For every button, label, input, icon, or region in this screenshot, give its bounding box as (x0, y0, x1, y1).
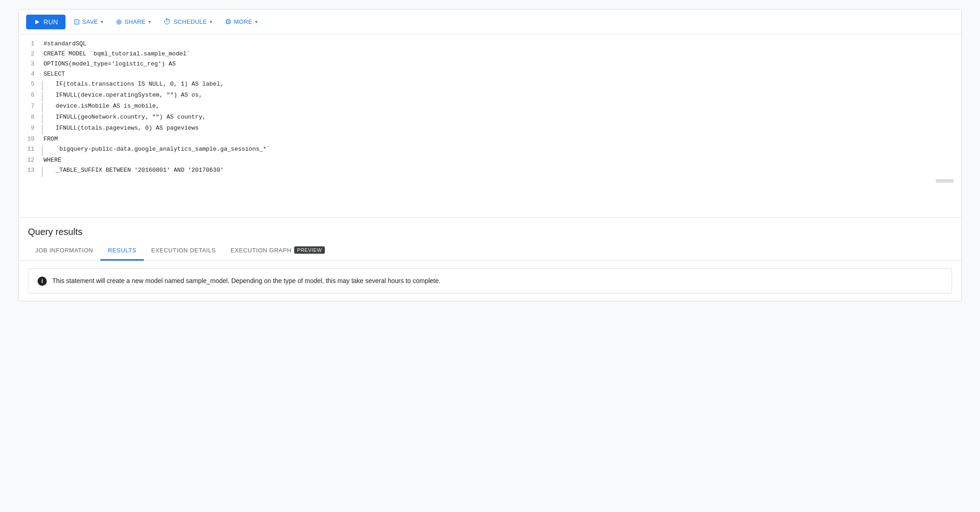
line-bar (42, 103, 43, 113)
line-bar (42, 125, 43, 135)
line-number: 12 (19, 157, 42, 163)
run-label: RUN (44, 18, 58, 26)
tab-label: EXECUTION DETAILS (151, 247, 216, 254)
code-line: 11 `bigquery-public-data.google_analytic… (19, 145, 961, 156)
info-icon: i (38, 277, 47, 286)
share-label: SHARE (125, 18, 146, 25)
line-bar (42, 146, 43, 156)
scrollbar-area (19, 177, 961, 185)
line-number: 1 (19, 40, 42, 47)
code-line: 6 IFNULL(device.operatingSystem, "") AS … (19, 91, 961, 102)
line-bar (42, 167, 43, 177)
schedule-button[interactable]: ⏱ SCHEDULE ▾ (159, 15, 217, 29)
tab-job-info[interactable]: JOB INFORMATION (28, 241, 100, 261)
tab-label: RESULTS (108, 247, 137, 254)
run-icon (33, 18, 41, 26)
line-number: 8 (19, 114, 42, 120)
schedule-chevron-icon: ▾ (210, 19, 212, 24)
tab-execution-details[interactable]: EXECUTION DETAILS (144, 241, 223, 261)
line-content: SELECT (42, 71, 961, 77)
save-button[interactable]: ⊡ SAVE ▾ (69, 14, 108, 29)
code-line: 10FROM (19, 135, 961, 145)
line-content: OPTIONS(model_type='logistic_reg') AS (42, 60, 961, 67)
schedule-label: SCHEDULE (174, 18, 207, 25)
more-chevron-icon: ▾ (255, 19, 257, 24)
line-number: 3 (19, 60, 42, 67)
line-content: CREATE MODEL `bqml_tutorial.sample_model… (42, 50, 961, 57)
code-line: 13 _TABLE_SUFFIX BETWEEN '20160801' AND … (19, 166, 961, 177)
results-title: Query results (19, 218, 961, 237)
tab-execution-graph[interactable]: EXECUTION GRAPHPREVIEW (223, 241, 332, 261)
share-chevron-icon: ▾ (148, 19, 151, 24)
line-bar (42, 114, 43, 124)
line-content: device.isMobile AS is_mobile, (47, 103, 961, 113)
code-line: 4SELECT (19, 70, 961, 80)
line-number: 4 (19, 71, 42, 77)
code-line: 9 IFNULL(totals.pageviews, 0) AS pagevie… (19, 124, 961, 135)
line-content: FROM (42, 136, 961, 142)
code-editor[interactable]: 1#standardSQL2CREATE MODEL `bqml_tutoria… (19, 34, 961, 218)
line-number: 2 (19, 50, 42, 57)
tab-label: EXECUTION GRAPH (230, 247, 291, 254)
more-button[interactable]: ⚙ MORE ▾ (220, 14, 262, 29)
toolbar: RUN ⊡ SAVE ▾ ⊕ SHARE ▾ ⏱ SCHEDULE ▾ ⚙ MO… (19, 10, 961, 34)
line-content: IF(totals.transactions IS NULL, 0, 1) AS… (47, 81, 961, 91)
code-line: 2CREATE MODEL `bqml_tutorial.sample_mode… (19, 50, 961, 60)
code-line: 7 device.isMobile AS is_mobile, (19, 102, 961, 113)
gear-icon: ⚙ (225, 17, 231, 26)
line-content: #standardSQL (42, 40, 961, 47)
tab-label: JOB INFORMATION (35, 247, 93, 254)
save-label: SAVE (82, 18, 98, 25)
line-bar (42, 92, 43, 102)
line-number: 6 (19, 92, 42, 98)
save-icon: ⊡ (74, 17, 80, 26)
info-banner: i This statement will create a new model… (28, 268, 952, 294)
line-number: 13 (19, 167, 42, 174)
line-content: IFNULL(totals.pageviews, 0) AS pageviews (47, 125, 961, 135)
code-line: 12WHERE (19, 156, 961, 166)
line-number: 11 (19, 146, 42, 153)
line-number: 9 (19, 125, 42, 131)
info-text: This statement will create a new model n… (52, 276, 440, 286)
code-line: 3OPTIONS(model_type='logistic_reg') AS (19, 60, 961, 70)
save-chevron-icon: ▾ (101, 19, 103, 24)
line-content: WHERE (42, 157, 961, 163)
line-content: _TABLE_SUFFIX BETWEEN '20160801' AND '20… (47, 167, 961, 177)
line-bar (42, 81, 43, 91)
line-content: IFNULL(device.operatingSystem, "") AS os… (47, 92, 961, 102)
more-label: MORE (234, 18, 252, 25)
scrollbar-thumb[interactable] (936, 179, 954, 183)
main-container: RUN ⊡ SAVE ▾ ⊕ SHARE ▾ ⏱ SCHEDULE ▾ ⚙ MO… (18, 9, 962, 301)
tab-results[interactable]: RESULTS (100, 241, 144, 261)
tabs-bar: JOB INFORMATIONRESULTSEXECUTION DETAILSE… (19, 241, 961, 261)
line-number: 5 (19, 81, 42, 87)
line-content: IFNULL(geoNetwork.country, "") AS countr… (47, 114, 961, 124)
line-content: `bigquery-public-data.google_analytics_s… (47, 146, 961, 156)
results-section: Query results JOB INFORMATIONRESULTSEXEC… (19, 218, 961, 294)
line-number: 7 (19, 103, 42, 109)
run-button[interactable]: RUN (26, 15, 66, 29)
share-icon: ⊕ (116, 17, 122, 26)
code-line: 8 IFNULL(geoNetwork.country, "") AS coun… (19, 113, 961, 124)
share-button[interactable]: ⊕ SHARE ▾ (111, 14, 155, 29)
line-number: 10 (19, 136, 42, 142)
schedule-icon: ⏱ (164, 18, 171, 26)
tab-badge: PREVIEW (294, 246, 324, 254)
code-line: 5 IF(totals.transactions IS NULL, 0, 1) … (19, 80, 961, 91)
code-line: 1#standardSQL (19, 40, 961, 50)
